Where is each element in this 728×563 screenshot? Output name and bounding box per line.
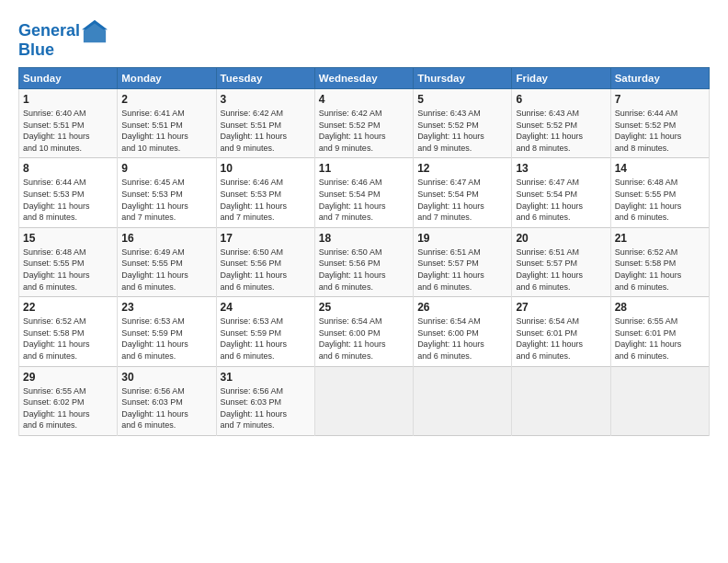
weekday-header: Monday — [118, 68, 216, 89]
day-info: Sunrise: 6:55 AM Sunset: 6:01 PM Dayligh… — [615, 316, 705, 362]
day-number: 28 — [615, 301, 705, 314]
day-number: 6 — [516, 93, 606, 106]
calendar-day-cell: 29Sunrise: 6:55 AM Sunset: 6:02 PM Dayli… — [19, 366, 118, 435]
day-number: 26 — [417, 301, 507, 314]
day-number: 19 — [417, 232, 507, 245]
calendar-day-cell: 7Sunrise: 6:44 AM Sunset: 5:52 PM Daylig… — [610, 89, 709, 158]
day-info: Sunrise: 6:53 AM Sunset: 5:59 PM Dayligh… — [221, 316, 311, 362]
day-info: Sunrise: 6:48 AM Sunset: 5:55 PM Dayligh… — [615, 177, 705, 223]
calendar-day-cell — [512, 366, 610, 435]
weekday-header: Sunday — [19, 68, 118, 89]
calendar-day-cell: 21Sunrise: 6:52 AM Sunset: 5:58 PM Dayli… — [610, 227, 709, 296]
day-number: 7 — [615, 93, 705, 106]
calendar-day-cell: 9Sunrise: 6:45 AM Sunset: 5:53 PM Daylig… — [118, 158, 216, 227]
day-info: Sunrise: 6:43 AM Sunset: 5:52 PM Dayligh… — [417, 108, 507, 154]
calendar-day-cell: 15Sunrise: 6:48 AM Sunset: 5:55 PM Dayli… — [19, 227, 118, 296]
day-number: 2 — [121, 93, 211, 106]
day-number: 29 — [23, 371, 113, 384]
calendar-day-cell — [610, 366, 709, 435]
day-number: 12 — [417, 162, 507, 175]
weekday-header: Wednesday — [314, 68, 413, 89]
logo: General Blue — [18, 18, 108, 60]
day-info: Sunrise: 6:52 AM Sunset: 5:58 PM Dayligh… — [23, 316, 113, 362]
calendar-header-row: SundayMondayTuesdayWednesdayThursdayFrid… — [19, 68, 710, 89]
day-info: Sunrise: 6:46 AM Sunset: 5:54 PM Dayligh… — [319, 177, 409, 223]
day-info: Sunrise: 6:54 AM Sunset: 6:00 PM Dayligh… — [417, 316, 507, 362]
calendar-day-cell: 3Sunrise: 6:42 AM Sunset: 5:51 PM Daylig… — [216, 89, 314, 158]
day-info: Sunrise: 6:52 AM Sunset: 5:58 PM Dayligh… — [615, 247, 705, 293]
calendar-day-cell: 28Sunrise: 6:55 AM Sunset: 6:01 PM Dayli… — [610, 297, 709, 366]
calendar-day-cell: 12Sunrise: 6:47 AM Sunset: 5:54 PM Dayli… — [414, 158, 512, 227]
calendar-day-cell: 26Sunrise: 6:54 AM Sunset: 6:00 PM Dayli… — [414, 297, 512, 366]
day-info: Sunrise: 6:51 AM Sunset: 5:57 PM Dayligh… — [417, 247, 507, 293]
weekday-header: Friday — [512, 68, 610, 89]
day-number: 22 — [23, 301, 113, 314]
calendar-day-cell: 10Sunrise: 6:46 AM Sunset: 5:53 PM Dayli… — [216, 158, 314, 227]
day-number: 5 — [417, 93, 507, 106]
day-number: 3 — [221, 93, 311, 106]
calendar-day-cell: 13Sunrise: 6:47 AM Sunset: 5:54 PM Dayli… — [512, 158, 610, 227]
calendar-week-row: 22Sunrise: 6:52 AM Sunset: 5:58 PM Dayli… — [19, 297, 710, 366]
day-info: Sunrise: 6:51 AM Sunset: 5:57 PM Dayligh… — [516, 247, 606, 293]
day-info: Sunrise: 6:53 AM Sunset: 5:59 PM Dayligh… — [121, 316, 211, 362]
calendar-day-cell: 5Sunrise: 6:43 AM Sunset: 5:52 PM Daylig… — [414, 89, 512, 158]
calendar-week-row: 1Sunrise: 6:40 AM Sunset: 5:51 PM Daylig… — [19, 89, 710, 158]
day-number: 18 — [319, 232, 409, 245]
day-number: 11 — [319, 162, 409, 175]
calendar-day-cell: 11Sunrise: 6:46 AM Sunset: 5:54 PM Dayli… — [314, 158, 413, 227]
day-info: Sunrise: 6:45 AM Sunset: 5:53 PM Dayligh… — [121, 177, 211, 223]
day-info: Sunrise: 6:42 AM Sunset: 5:51 PM Dayligh… — [221, 108, 311, 154]
calendar-day-cell: 22Sunrise: 6:52 AM Sunset: 5:58 PM Dayli… — [19, 297, 118, 366]
day-info: Sunrise: 6:42 AM Sunset: 5:52 PM Dayligh… — [319, 108, 409, 154]
day-number: 14 — [615, 162, 705, 175]
day-info: Sunrise: 6:46 AM Sunset: 5:53 PM Dayligh… — [221, 177, 311, 223]
calendar-day-cell: 17Sunrise: 6:50 AM Sunset: 5:56 PM Dayli… — [216, 227, 314, 296]
calendar-day-cell: 14Sunrise: 6:48 AM Sunset: 5:55 PM Dayli… — [610, 158, 709, 227]
day-info: Sunrise: 6:47 AM Sunset: 5:54 PM Dayligh… — [417, 177, 507, 223]
day-info: Sunrise: 6:56 AM Sunset: 6:03 PM Dayligh… — [121, 385, 211, 431]
day-number: 31 — [221, 371, 311, 384]
calendar-day-cell — [414, 366, 512, 435]
day-info: Sunrise: 6:48 AM Sunset: 5:55 PM Dayligh… — [23, 247, 113, 293]
svg-marker-0 — [84, 22, 106, 42]
calendar-day-cell: 31Sunrise: 6:56 AM Sunset: 6:03 PM Dayli… — [216, 366, 314, 435]
calendar-day-cell — [314, 366, 413, 435]
day-info: Sunrise: 6:41 AM Sunset: 5:51 PM Dayligh… — [121, 108, 211, 154]
calendar-day-cell: 4Sunrise: 6:42 AM Sunset: 5:52 PM Daylig… — [314, 89, 413, 158]
day-number: 4 — [319, 93, 409, 106]
calendar-day-cell: 6Sunrise: 6:43 AM Sunset: 5:52 PM Daylig… — [512, 89, 610, 158]
day-number: 27 — [516, 301, 606, 314]
day-number: 23 — [121, 301, 211, 314]
weekday-header: Tuesday — [216, 68, 314, 89]
day-info: Sunrise: 6:47 AM Sunset: 5:54 PM Dayligh… — [516, 177, 606, 223]
calendar-day-cell: 20Sunrise: 6:51 AM Sunset: 5:57 PM Dayli… — [512, 227, 610, 296]
calendar-day-cell: 30Sunrise: 6:56 AM Sunset: 6:03 PM Dayli… — [118, 366, 216, 435]
calendar-day-cell: 27Sunrise: 6:54 AM Sunset: 6:01 PM Dayli… — [512, 297, 610, 366]
day-number: 10 — [221, 162, 311, 175]
day-info: Sunrise: 6:49 AM Sunset: 5:55 PM Dayligh… — [121, 247, 211, 293]
day-number: 16 — [121, 232, 211, 245]
weekday-header: Thursday — [414, 68, 512, 89]
logo-icon — [82, 18, 108, 44]
page-header: General Blue — [18, 15, 710, 60]
day-number: 17 — [221, 232, 311, 245]
day-number: 9 — [121, 162, 211, 175]
day-number: 1 — [23, 93, 113, 106]
calendar-day-cell: 18Sunrise: 6:50 AM Sunset: 5:56 PM Dayli… — [314, 227, 413, 296]
day-number: 20 — [516, 232, 606, 245]
day-info: Sunrise: 6:40 AM Sunset: 5:51 PM Dayligh… — [23, 108, 113, 154]
calendar-day-cell: 24Sunrise: 6:53 AM Sunset: 5:59 PM Dayli… — [216, 297, 314, 366]
calendar-day-cell: 23Sunrise: 6:53 AM Sunset: 5:59 PM Dayli… — [118, 297, 216, 366]
calendar-day-cell: 16Sunrise: 6:49 AM Sunset: 5:55 PM Dayli… — [118, 227, 216, 296]
calendar-day-cell: 25Sunrise: 6:54 AM Sunset: 6:00 PM Dayli… — [314, 297, 413, 366]
calendar-day-cell: 2Sunrise: 6:41 AM Sunset: 5:51 PM Daylig… — [118, 89, 216, 158]
day-info: Sunrise: 6:56 AM Sunset: 6:03 PM Dayligh… — [221, 385, 311, 431]
day-number: 30 — [121, 371, 211, 384]
day-number: 8 — [23, 162, 113, 175]
calendar-week-row: 29Sunrise: 6:55 AM Sunset: 6:02 PM Dayli… — [19, 366, 710, 435]
calendar-table: SundayMondayTuesdayWednesdayThursdayFrid… — [18, 67, 710, 436]
calendar-week-row: 15Sunrise: 6:48 AM Sunset: 5:55 PM Dayli… — [19, 227, 710, 296]
day-number: 13 — [516, 162, 606, 175]
day-info: Sunrise: 6:44 AM Sunset: 5:53 PM Dayligh… — [23, 177, 113, 223]
day-info: Sunrise: 6:44 AM Sunset: 5:52 PM Dayligh… — [615, 108, 705, 154]
